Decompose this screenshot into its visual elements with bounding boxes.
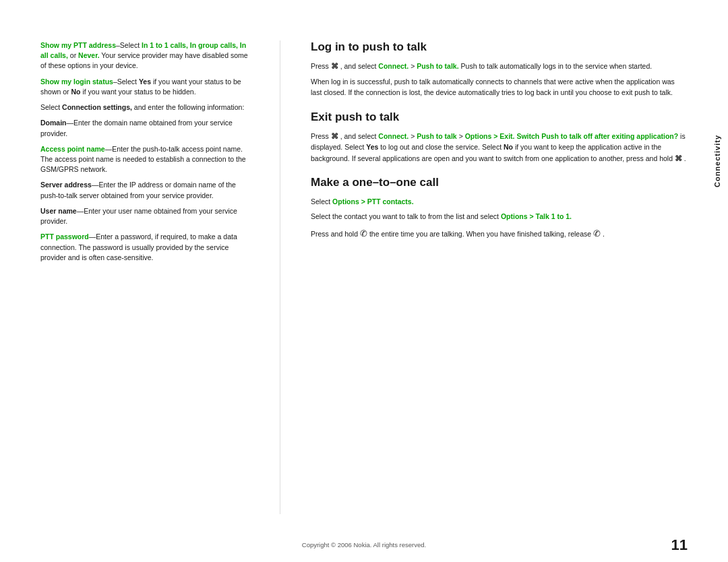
section-exit: Exit push to talk Press ⌘ , and select C… xyxy=(311,111,688,164)
phone-icon-1: ✆ xyxy=(360,228,367,239)
phone-icon-2: ✆ xyxy=(593,228,601,239)
section-title-login: Log in to push to talk xyxy=(311,40,688,54)
section-one-to-one: Make a one–to–one call Select Options > … xyxy=(311,176,688,240)
right-column: Log in to push to talk Press ⌘ , and sel… xyxy=(311,40,688,514)
label-server-address: Server address xyxy=(40,181,92,189)
options-talk-1-to-1: Options > Talk 1 to 1. xyxy=(501,212,572,220)
copyright-text: Copyright © 2006 Nokia. All rights reser… xyxy=(302,541,426,549)
menu-icon-2: ⌘ xyxy=(331,132,338,140)
connect-label-2: Connect. xyxy=(378,132,408,140)
push-to-talk-label-1: Push to talk. xyxy=(417,62,458,70)
section-one-para-1: Select Options > PTT contacts. xyxy=(311,197,688,208)
label-yes-1: Yes xyxy=(139,77,151,86)
section-login-para-2: When log in is successful, push to talk … xyxy=(311,77,688,98)
section-one-para-2: Select the contact you want to talk to f… xyxy=(311,212,688,222)
section-title-one-to-one: Make a one–to–one call xyxy=(311,176,688,189)
section-login: Log in to push to talk Press ⌘ , and sel… xyxy=(311,40,688,98)
page-number: 11 xyxy=(671,536,688,554)
left-block-1: Show my PTT address–Select In 1 to 1 cal… xyxy=(40,40,249,71)
left-block-2: Show my login status–Select Yes if you w… xyxy=(40,77,249,97)
menu-icon-1: ⌘ xyxy=(331,62,338,70)
section-exit-para-1: Press ⌘ , and select Connect. > Push to … xyxy=(311,131,688,164)
yes-exit: Yes xyxy=(366,143,378,151)
label-ptt-password: PTT password xyxy=(40,232,89,241)
page-container: Show my PTT address–Select In 1 to 1 cal… xyxy=(0,0,728,562)
section-one-para-3: Press and hold ✆ the entire time you are… xyxy=(311,227,688,241)
label-connection-settings: Connection settings, xyxy=(62,103,132,111)
options-ptt-contacts: Options > PTT contacts. xyxy=(332,197,413,206)
section-title-exit: Exit push to talk xyxy=(311,111,688,124)
left-block-7: User name—Enter your user name obtained … xyxy=(40,206,249,226)
label-domain: Domain xyxy=(40,119,67,127)
left-block-6: Server address—Enter the IP address or d… xyxy=(40,180,249,200)
label-no-1: No xyxy=(71,88,81,96)
no-exit: No xyxy=(504,143,513,151)
section-login-para-1: Press ⌘ , and select Connect. > Push to … xyxy=(311,61,688,72)
push-to-talk-label-2: Push to talk xyxy=(417,132,457,140)
left-block-8: PTT password—Enter a password, if requir… xyxy=(40,232,249,263)
label-show-ptt: Show my PTT address xyxy=(40,41,116,49)
left-block-5: Access point name—Enter the push-to-talk… xyxy=(40,144,249,175)
content-area: Show my PTT address–Select In 1 to 1 cal… xyxy=(0,0,728,534)
label-login-status: Show my login status xyxy=(40,77,113,86)
left-block-4: Domain—Enter the domain name obtained fr… xyxy=(40,118,249,138)
label-user-name: User name xyxy=(40,207,77,215)
connect-label-1: Connect. xyxy=(378,62,408,70)
left-block-3: Select Connection settings, and enter th… xyxy=(40,102,249,113)
menu-icon-3: ⌘ xyxy=(675,154,682,162)
label-access-point: Access point name xyxy=(40,145,105,153)
left-column: Show my PTT address–Select In 1 to 1 cal… xyxy=(40,40,249,514)
column-divider xyxy=(280,40,280,514)
side-label-connectivity: Connectivity xyxy=(713,135,721,187)
footer: Copyright © 2006 Nokia. All rights reser… xyxy=(0,534,728,562)
label-never: Never. xyxy=(78,51,100,59)
options-exit: Options > Exit. Switch Push to talk off … xyxy=(465,132,679,140)
